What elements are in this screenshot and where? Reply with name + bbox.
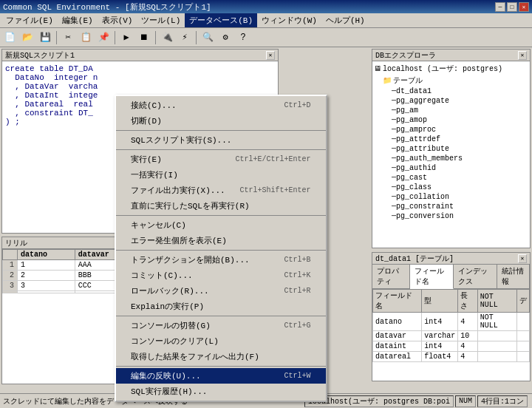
menu-help[interactable]: ヘルプ(H) <box>321 13 369 27</box>
db-tree-title: DBエクスプローラ ✕ <box>372 50 530 61</box>
title-bar: Common SQL Environment - [新規SQLスクリプト1] ─… <box>0 0 532 13</box>
props-tab-stats[interactable]: 統計情報 <box>497 265 530 288</box>
tree-tables-group[interactable]: 📁 テーブル <box>374 75 528 86</box>
new-button[interactable]: 📄 <box>1 30 18 46</box>
status-position: 4行目:1コン <box>477 395 528 407</box>
menu-sep5 <box>116 316 326 316</box>
execute-button[interactable]: ▶ <box>118 30 134 46</box>
menu-execute-script[interactable]: SQLスクリプト実行(S)... <box>116 132 326 148</box>
maximize-button[interactable]: □ <box>507 2 517 12</box>
menu-explain[interactable]: Explainの実行(P) <box>116 299 326 314</box>
menu-window[interactable]: ウィンドウ(W) <box>257 13 321 27</box>
tree-connection[interactable]: 🖥 localhost (ユーザ: postgres) <box>374 63 528 75</box>
menu-file[interactable]: ファイル(E) <box>1 13 58 27</box>
menu-connect[interactable]: 接続(C)... Ctrl+D <box>116 98 326 113</box>
menu-switch-console-shortcut: Ctrl+G <box>284 322 311 330</box>
tree-pg-auth-members[interactable]: ─ pg_auth_members <box>374 154 528 163</box>
zoom-button[interactable]: 🔍 <box>200 30 216 46</box>
props-title: dt_data1 [テーブル] ✕ <box>372 253 530 265</box>
menu-re-execute[interactable]: 直前に実行したSQLを再実行(R) <box>116 198 326 214</box>
menu-sep6 <box>116 366 326 367</box>
row4-datano <box>18 291 75 293</box>
close-button[interactable]: ✕ <box>519 2 529 12</box>
tree-pg-am[interactable]: ─ pg_am <box>374 106 528 115</box>
menu-tools[interactable]: ツール(L) <box>137 13 185 27</box>
props-datano-name: datano <box>373 313 422 331</box>
table-dt-data1-label: dt_data1 <box>396 87 432 95</box>
db-tree-close[interactable]: ✕ <box>518 51 527 60</box>
tree-pg-attrdef[interactable]: ─ pg_attrdef <box>374 135 528 144</box>
table-pg-amproc-label: pg_amproc <box>396 126 436 134</box>
props-title-text: dt_data1 [テーブル] <box>375 254 454 264</box>
row2-num: 2 <box>3 271 18 281</box>
tree-pg-amproc[interactable]: ─ pg_amproc <box>374 125 528 135</box>
save-button[interactable]: 💾 <box>37 30 53 46</box>
minimize-button[interactable]: ─ <box>495 2 505 12</box>
menu-sql-history[interactable]: SQL実行履歴(H)... <box>116 384 326 399</box>
props-datano-default <box>516 313 529 331</box>
menu-re-execute-label: 直前に実行したSQLを再実行(R) <box>131 200 311 211</box>
settings-button[interactable]: ⚙ <box>217 30 233 46</box>
tree-dt-data1[interactable]: ─ dt_data1 <box>374 86 528 96</box>
sql-editor-title: 新規SQLスクリプト1 ✕ <box>2 50 278 61</box>
props-row-dataint: dataint int4 4 <box>373 341 530 352</box>
menu-show-error[interactable]: エラー発生個所を表示(E) <box>116 233 326 248</box>
tree-pg-constraint[interactable]: ─ pg_constraint <box>374 202 528 211</box>
menu-execute-file-label: ファイル出力実行(X)... <box>131 185 225 196</box>
menu-view[interactable]: 表示(V) <box>98 13 137 27</box>
menu-begin-tx-label: トランザクションを開始(B)... <box>131 254 270 265</box>
db-connect-button[interactable]: 🔌 <box>159 30 175 46</box>
tree-pg-aggregate[interactable]: ─ pg_aggregate <box>374 96 528 106</box>
help-toolbar-button[interactable]: ? <box>235 30 251 46</box>
menu-clear-console[interactable]: コンソールのクリア(L) <box>116 333 326 349</box>
table-pg-auth-members-label: pg_auth_members <box>396 154 463 163</box>
menu-cancel[interactable]: キャンセル(C) <box>116 217 326 233</box>
props-content[interactable]: フィールド名 型 長さ NOT NULL デ datano int4 4 NOT… <box>372 289 530 389</box>
menu-connect-shortcut: Ctrl+D <box>284 101 311 109</box>
db-tree-content[interactable]: 🖥 localhost (ユーザ: postgres) 📁 テーブル ─ dt_… <box>372 61 530 248</box>
sql-editor-close[interactable]: ✕ <box>266 51 275 60</box>
title-bar-text: Common SQL Environment - [新規SQLスクリプト1] <box>3 1 495 13</box>
status-connection-text: localhost(ユーザ: postgres DB:poi <box>308 396 450 407</box>
tree-pg-amop[interactable]: ─ pg_amop <box>374 115 528 125</box>
menu-explain-label: Explainの実行(P) <box>131 301 311 312</box>
tree-pg-cast[interactable]: ─ pg_cast <box>374 173 528 183</box>
toolbar-sep1 <box>56 31 57 44</box>
tree-pg-collation[interactable]: ─ pg_collation <box>374 192 528 202</box>
menu-commit[interactable]: コミット(C)... Ctrl+K <box>116 268 326 283</box>
tree-pg-class[interactable]: ─ pg_class <box>374 183 528 192</box>
toolbar-sep4 <box>196 31 197 44</box>
menu-export-file[interactable]: 取得した結果をファイルへ出力(F) <box>116 349 326 364</box>
menu-commit-shortcut: Ctrl+K <box>284 271 311 279</box>
menu-rollback[interactable]: ロールバック(R)... Ctrl+R <box>116 283 326 299</box>
props-tab-indexes[interactable]: インデックス <box>454 265 497 288</box>
paste-button[interactable]: 📌 <box>95 30 112 46</box>
menu-reflect-edit[interactable]: 編集の反映(U)... Ctrl+W <box>116 368 326 384</box>
props-datareal-type: float4 <box>422 352 458 362</box>
cut-button[interactable]: ✂ <box>60 30 76 46</box>
props-close[interactable]: ✕ <box>518 254 527 263</box>
menu-switch-console[interactable]: コンソールの切替(G) Ctrl+G <box>116 318 326 333</box>
menu-execute-all[interactable]: 一括実行(I) <box>116 167 326 183</box>
copy-button[interactable]: 📋 <box>78 30 94 46</box>
open-button[interactable]: 📂 <box>19 30 35 46</box>
props-tab-properties[interactable]: プロパティ <box>372 265 410 288</box>
tree-pg-attribute[interactable]: ─ pg_attribute <box>374 144 528 154</box>
stop-button[interactable]: ⏹ <box>136 30 152 46</box>
status-mode: NUM <box>455 395 476 407</box>
db-disconnect-button[interactable]: ⚡ <box>177 30 193 46</box>
menu-disconnect[interactable]: 切断(D) <box>116 113 326 129</box>
row1-datano: 1 <box>18 260 75 271</box>
props-tab-fields[interactable]: フィールド名 <box>410 265 454 289</box>
tree-pg-authid[interactable]: ─ pg_authid <box>374 163 528 173</box>
menu-execute[interactable]: 実行(E) Ctrl+E/Ctrl+Enter <box>116 152 326 167</box>
menu-database[interactable]: データベース(B) <box>185 13 257 27</box>
status-mode-text: NUM <box>459 397 472 405</box>
menu-edit[interactable]: 編集(E) <box>58 13 98 27</box>
menu-begin-tx[interactable]: トランザクションを開始(B)... Ctrl+B <box>116 252 326 268</box>
sql-line-1: create table DT_DA <box>5 64 275 73</box>
tree-pg-conversion[interactable]: ─ pg_conversion <box>374 211 528 221</box>
status-position-text: 4行目:1コン <box>481 396 524 407</box>
toolbar: 📄 📂 💾 ✂ 📋 📌 ▶ ⏹ 🔌 ⚡ 🔍 ⚙ ? <box>0 28 532 47</box>
menu-execute-file[interactable]: ファイル出力実行(X)... Ctrl+Shift+Enter <box>116 183 326 198</box>
